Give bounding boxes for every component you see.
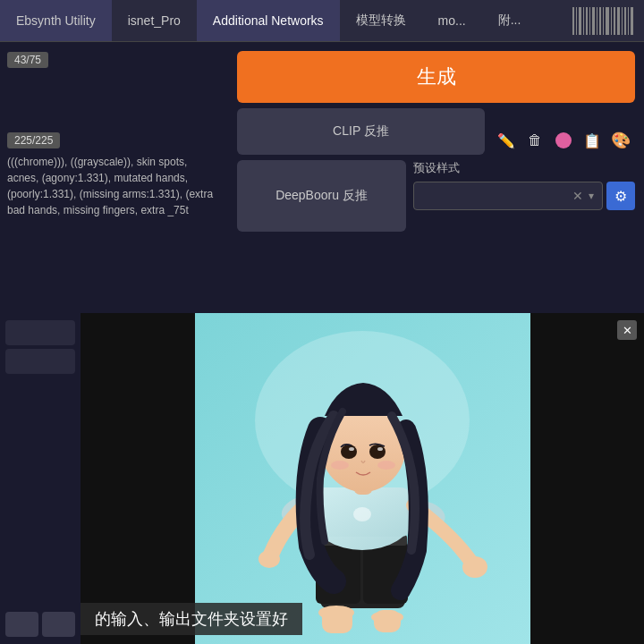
preset-arrow-btn[interactable]: ▾ (586, 190, 597, 202)
svg-rect-13 (617, 7, 620, 35)
left-btn-1[interactable] (5, 320, 75, 345)
svg-rect-7 (597, 7, 597, 35)
top-nav: Ebsynth Utility isnet_Pro Additional Net… (0, 0, 644, 42)
svg-rect-17 (631, 7, 633, 35)
svg-rect-16 (628, 7, 629, 35)
nav-item-mo[interactable]: mo... (422, 0, 482, 41)
pencil-icon: ✏️ (497, 132, 515, 149)
barcode-area (564, 0, 644, 41)
top-section: 43/75 225/225 (((chrome))), ((grayscale)… (0, 42, 644, 313)
paste-icon: 📋 (583, 132, 601, 149)
subtitle-bar: 的输入、输出文件夹设置好 (80, 603, 302, 635)
left-bottom-controls (0, 313, 80, 644)
svg-rect-3 (583, 7, 584, 35)
preset-row: 预设样式 (413, 160, 635, 176)
svg-rect-26 (322, 606, 352, 633)
svg-rect-15 (624, 7, 626, 35)
preset-label: 预设样式 (413, 160, 460, 176)
svg-rect-9 (603, 7, 604, 35)
nav-item-additional[interactable]: Additional Networks (197, 0, 340, 41)
main-content: 43/75 225/225 (((chrome))), ((grayscale)… (0, 42, 644, 644)
svg-point-40 (331, 461, 349, 470)
left-btn-2[interactable] (5, 349, 75, 374)
svg-point-37 (369, 445, 386, 459)
right-panel: 生成 CLIP 反推 ✏️ 🗑 (228, 42, 644, 313)
style-icon-btn[interactable]: 🎨 (606, 126, 635, 155)
left-text-panel: 43/75 225/225 (((chrome))), ((grayscale)… (0, 42, 228, 313)
toolbar-icons: ✏️ 🗑 📋 🎨 (492, 126, 635, 155)
generate-button[interactable]: 生成 (237, 51, 635, 103)
counter1-badge: 43/75 (7, 52, 48, 68)
svg-rect-11 (611, 7, 612, 35)
preset-clear-btn[interactable]: ✕ (570, 189, 586, 203)
preset-input[interactable] (419, 190, 570, 203)
pink-circle-icon (555, 132, 572, 148)
svg-rect-5 (589, 7, 590, 35)
svg-point-38 (349, 447, 354, 451)
svg-point-33 (462, 556, 487, 578)
bottom-section: 的输入、输出文件夹设置好 ✕ (0, 313, 644, 644)
style-icon: 🎨 (611, 131, 631, 150)
svg-rect-10 (606, 7, 609, 35)
svg-point-39 (377, 447, 383, 451)
svg-point-41 (377, 461, 395, 470)
trash-icon-btn[interactable]: 🗑 (521, 126, 549, 155)
svg-rect-1 (576, 7, 577, 35)
anime-character-illustration (195, 313, 530, 644)
gen-tools: 生成 CLIP 反推 ✏️ 🗑 (237, 51, 635, 313)
svg-rect-12 (614, 7, 615, 35)
deepbooru-button[interactable]: DeepBooru 反推 (237, 160, 406, 232)
svg-rect-14 (622, 7, 623, 35)
svg-rect-8 (599, 7, 601, 35)
nav-item-model[interactable]: 模型转换 (340, 0, 422, 41)
small-btn-1[interactable] (5, 612, 38, 637)
svg-rect-27 (374, 610, 401, 632)
image-display-area: 的输入、输出文件夹设置好 ✕ (80, 313, 644, 644)
svg-rect-2 (579, 7, 581, 35)
settings-icon: ⚙ (614, 188, 627, 205)
small-btn-2[interactable] (42, 612, 75, 637)
preset-input-wrap: ✕ ▾ (413, 182, 603, 210)
counter2-badge: 225/225 (7, 132, 60, 148)
nav-item-ebsynth[interactable]: Ebsynth Utility (0, 0, 112, 41)
neg-text: (((chrome))), ((grayscale)), skin spots,… (7, 154, 221, 218)
preset-settings-btn[interactable]: ⚙ (606, 182, 635, 210)
pink-dot-btn[interactable] (549, 126, 578, 155)
clip-button[interactable]: CLIP 反推 (237, 108, 485, 155)
subtitle-text: 的输入、输出文件夹设置好 (95, 610, 288, 628)
svg-rect-6 (592, 7, 595, 35)
nav-item-isnet[interactable]: isnet_Pro (112, 0, 197, 41)
trash-icon: 🗑 (528, 132, 542, 148)
svg-point-36 (341, 445, 357, 459)
paste-icon-btn[interactable]: 📋 (578, 126, 606, 155)
image-close-button[interactable]: ✕ (617, 320, 637, 340)
svg-point-32 (258, 550, 280, 568)
nav-item-partial[interactable]: 附... (482, 0, 538, 41)
pencil-icon-btn[interactable]: ✏️ (492, 126, 521, 155)
svg-rect-4 (586, 7, 588, 35)
svg-point-42 (353, 507, 371, 521)
svg-rect-0 (572, 7, 574, 35)
